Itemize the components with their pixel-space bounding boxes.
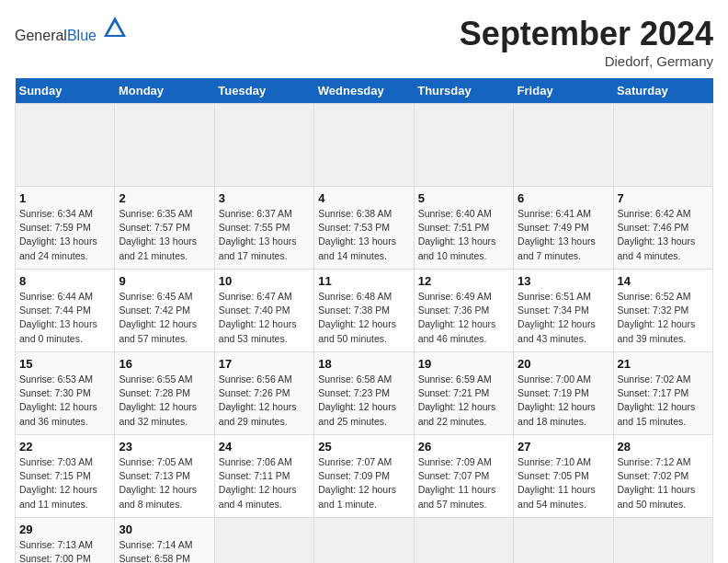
location: Diedorf, Germany (460, 53, 713, 69)
weekday-header-thursday: Thursday (414, 78, 513, 104)
logo-general-text: General (15, 28, 67, 43)
day-detail: Sunrise: 6:56 AMSunset: 7:26 PMDaylight:… (219, 373, 310, 429)
weekday-header-saturday: Saturday (613, 78, 712, 104)
calendar-cell: 28Sunrise: 7:12 AMSunset: 7:02 PMDayligh… (613, 435, 712, 518)
page-header: GeneralBlue September 2024 Diedorf, Germ… (15, 15, 713, 69)
day-detail: Sunrise: 6:53 AMSunset: 7:30 PMDaylight:… (19, 373, 110, 429)
calendar-cell: 8Sunrise: 6:44 AMSunset: 7:44 PMDaylight… (16, 270, 115, 352)
day-number: 15 (19, 357, 110, 371)
calendar-cell (115, 104, 214, 187)
weekday-header-monday: Monday (115, 78, 214, 104)
day-number: 7 (618, 191, 709, 205)
day-detail: Sunrise: 7:13 AMSunset: 7:00 PMDaylight:… (19, 538, 110, 563)
calendar-cell: 11Sunrise: 6:48 AMSunset: 7:38 PMDayligh… (314, 270, 414, 352)
calendar-cell (414, 104, 513, 187)
calendar-cell: 5Sunrise: 6:40 AMSunset: 7:51 PMDaylight… (414, 187, 513, 270)
day-number: 2 (119, 191, 210, 205)
day-detail: Sunrise: 6:37 AMSunset: 7:55 PMDaylight:… (219, 207, 310, 263)
weekday-header-wednesday: Wednesday (314, 78, 414, 104)
calendar-cell: 19Sunrise: 6:59 AMSunset: 7:21 PMDayligh… (414, 352, 513, 435)
day-detail: Sunrise: 7:10 AMSunset: 7:05 PMDaylight:… (518, 455, 609, 511)
day-number: 17 (219, 357, 310, 371)
calendar-cell: 15Sunrise: 6:53 AMSunset: 7:30 PMDayligh… (16, 352, 115, 435)
calendar-cell: 29Sunrise: 7:13 AMSunset: 7:00 PMDayligh… (16, 518, 115, 564)
day-detail: Sunrise: 6:52 AMSunset: 7:32 PMDaylight:… (618, 290, 709, 346)
day-number: 27 (518, 440, 609, 454)
day-detail: Sunrise: 6:41 AMSunset: 7:49 PMDaylight:… (518, 207, 609, 263)
calendar-week-row: 15Sunrise: 6:53 AMSunset: 7:30 PMDayligh… (16, 352, 713, 435)
day-number: 8 (19, 274, 110, 288)
calendar-cell: 14Sunrise: 6:52 AMSunset: 7:32 PMDayligh… (613, 270, 712, 352)
calendar-cell: 7Sunrise: 6:42 AMSunset: 7:46 PMDaylight… (613, 187, 712, 270)
calendar-cell: 6Sunrise: 6:41 AMSunset: 7:49 PMDaylight… (514, 187, 613, 270)
day-number: 5 (418, 191, 509, 205)
day-detail: Sunrise: 7:03 AMSunset: 7:15 PMDaylight:… (19, 455, 110, 511)
calendar-cell: 27Sunrise: 7:10 AMSunset: 7:05 PMDayligh… (514, 435, 613, 518)
calendar-week-row: 1Sunrise: 6:34 AMSunset: 7:59 PMDaylight… (16, 187, 713, 270)
calendar-header: SundayMondayTuesdayWednesdayThursdayFrid… (16, 78, 713, 104)
calendar-cell: 1Sunrise: 6:34 AMSunset: 7:59 PMDaylight… (16, 187, 115, 270)
day-number: 11 (318, 274, 409, 288)
day-detail: Sunrise: 7:00 AMSunset: 7:19 PMDaylight:… (518, 373, 609, 429)
day-detail: Sunrise: 7:06 AMSunset: 7:11 PMDaylight:… (219, 455, 310, 511)
title-block: September 2024 Diedorf, Germany (460, 15, 713, 69)
day-detail: Sunrise: 6:58 AMSunset: 7:23 PMDaylight:… (318, 373, 409, 429)
calendar-cell: 24Sunrise: 7:06 AMSunset: 7:11 PMDayligh… (214, 435, 313, 518)
day-detail: Sunrise: 6:45 AMSunset: 7:42 PMDaylight:… (119, 290, 210, 346)
day-detail: Sunrise: 6:59 AMSunset: 7:21 PMDaylight:… (418, 373, 509, 429)
calendar-cell (414, 518, 513, 564)
calendar-cell: 13Sunrise: 6:51 AMSunset: 7:34 PMDayligh… (514, 270, 613, 352)
day-detail: Sunrise: 6:44 AMSunset: 7:44 PMDaylight:… (19, 290, 110, 346)
logo-blue-text: Blue (67, 28, 97, 43)
calendar-cell (314, 518, 414, 564)
calendar-cell: 4Sunrise: 6:38 AMSunset: 7:53 PMDaylight… (314, 187, 414, 270)
day-number: 25 (318, 440, 409, 454)
day-detail: Sunrise: 7:02 AMSunset: 7:17 PMDaylight:… (618, 373, 709, 429)
calendar-cell: 26Sunrise: 7:09 AMSunset: 7:07 PMDayligh… (414, 435, 513, 518)
day-number: 1 (19, 191, 110, 205)
day-number: 24 (219, 440, 310, 454)
calendar-cell: 10Sunrise: 6:47 AMSunset: 7:40 PMDayligh… (214, 270, 313, 352)
day-detail: Sunrise: 6:38 AMSunset: 7:53 PMDaylight:… (318, 207, 409, 263)
day-detail: Sunrise: 6:35 AMSunset: 7:57 PMDaylight:… (119, 207, 210, 263)
calendar-cell: 22Sunrise: 7:03 AMSunset: 7:15 PMDayligh… (16, 435, 115, 518)
day-detail: Sunrise: 7:14 AMSunset: 6:58 PMDaylight:… (119, 538, 210, 563)
day-number: 10 (219, 274, 310, 288)
day-detail: Sunrise: 6:34 AMSunset: 7:59 PMDaylight:… (19, 207, 110, 263)
day-number: 4 (318, 191, 409, 205)
calendar-cell (514, 104, 613, 187)
calendar-cell: 20Sunrise: 7:00 AMSunset: 7:19 PMDayligh… (514, 352, 613, 435)
day-detail: Sunrise: 7:07 AMSunset: 7:09 PMDaylight:… (318, 455, 409, 511)
calendar-cell (314, 104, 414, 187)
calendar-cell (514, 518, 613, 564)
day-number: 13 (518, 274, 609, 288)
calendar-cell: 21Sunrise: 7:02 AMSunset: 7:17 PMDayligh… (613, 352, 712, 435)
calendar-cell: 12Sunrise: 6:49 AMSunset: 7:36 PMDayligh… (414, 270, 513, 352)
calendar-cell: 16Sunrise: 6:55 AMSunset: 7:28 PMDayligh… (115, 352, 214, 435)
calendar-cell: 3Sunrise: 6:37 AMSunset: 7:55 PMDaylight… (214, 187, 313, 270)
calendar-table: SundayMondayTuesdayWednesdayThursdayFrid… (15, 78, 713, 563)
day-number: 9 (119, 274, 210, 288)
day-number: 21 (618, 357, 709, 371)
calendar-cell: 23Sunrise: 7:05 AMSunset: 7:13 PMDayligh… (115, 435, 214, 518)
weekday-header-friday: Friday (514, 78, 613, 104)
month-title: September 2024 (460, 15, 713, 53)
day-detail: Sunrise: 6:47 AMSunset: 7:40 PMDaylight:… (219, 290, 310, 346)
logo: GeneralBlue (15, 15, 128, 44)
day-number: 14 (618, 274, 709, 288)
calendar-cell: 25Sunrise: 7:07 AMSunset: 7:09 PMDayligh… (314, 435, 414, 518)
calendar-week-row: 29Sunrise: 7:13 AMSunset: 7:00 PMDayligh… (16, 518, 713, 564)
day-number: 30 (119, 523, 210, 536)
logo-icon (102, 15, 128, 40)
day-detail: Sunrise: 6:49 AMSunset: 7:36 PMDaylight:… (418, 290, 509, 346)
calendar-cell: 17Sunrise: 6:56 AMSunset: 7:26 PMDayligh… (214, 352, 313, 435)
calendar-cell: 9Sunrise: 6:45 AMSunset: 7:42 PMDaylight… (115, 270, 214, 352)
calendar-week-row (16, 104, 713, 187)
calendar-cell: 2Sunrise: 6:35 AMSunset: 7:57 PMDaylight… (115, 187, 214, 270)
day-number: 18 (318, 357, 409, 371)
calendar-cell (214, 104, 313, 187)
calendar-cell (16, 104, 115, 187)
day-number: 29 (19, 523, 110, 536)
day-detail: Sunrise: 6:40 AMSunset: 7:51 PMDaylight:… (418, 207, 509, 263)
weekday-header-tuesday: Tuesday (214, 78, 313, 104)
